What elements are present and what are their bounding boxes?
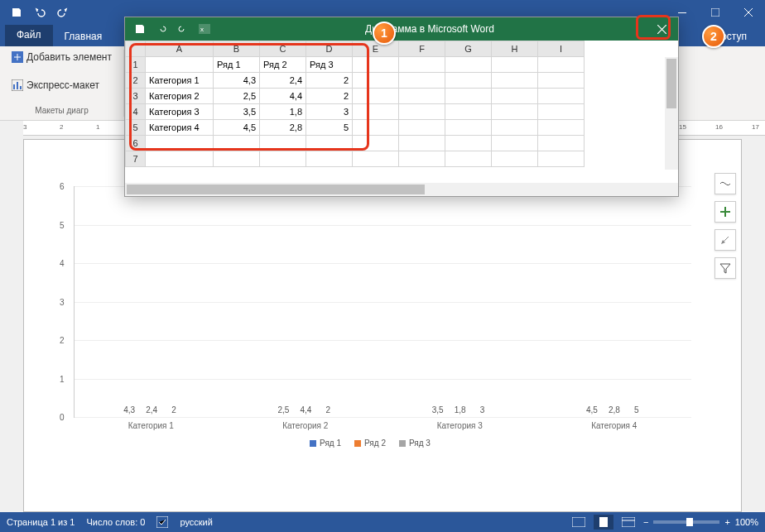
row-header[interactable]: 4	[126, 104, 146, 120]
view-read-icon[interactable]	[569, 515, 589, 530]
cell[interactable]	[445, 120, 492, 136]
cell[interactable]	[214, 151, 260, 167]
tab-home[interactable]: Главная	[53, 26, 114, 46]
cell[interactable]: Категория 1	[146, 73, 214, 89]
cell[interactable]	[146, 57, 214, 73]
cell[interactable]	[445, 73, 492, 89]
excel-close-button[interactable]	[645, 17, 678, 41]
cell[interactable]	[538, 120, 585, 136]
view-web-icon[interactable]	[618, 515, 638, 530]
word-close-icon[interactable]	[732, 0, 765, 25]
cell[interactable]: 4,4	[260, 89, 306, 104]
excel-vscrollbar[interactable]	[665, 57, 678, 170]
cell[interactable]: 2,4	[260, 73, 306, 89]
cell[interactable]	[353, 120, 399, 136]
col-header[interactable]: E	[353, 41, 399, 57]
redo-icon[interactable]	[51, 2, 75, 23]
cell[interactable]: 3	[306, 104, 353, 120]
cell[interactable]: 2	[306, 89, 353, 104]
row-header[interactable]: 6	[126, 136, 146, 151]
cell[interactable]	[492, 136, 538, 151]
undo-icon[interactable]	[28, 2, 51, 23]
excel-hscrollbar[interactable]	[125, 183, 678, 196]
cell[interactable]	[306, 151, 353, 167]
row-header[interactable]: 2	[126, 73, 146, 89]
cell[interactable]: Категория 2	[146, 89, 214, 104]
status-page[interactable]: Страница 1 из 1	[7, 517, 75, 527]
legend-item[interactable]: Ряд 3	[399, 439, 431, 448]
cell[interactable]	[353, 151, 399, 167]
zoom-value[interactable]: 100%	[735, 517, 758, 527]
cell[interactable]: Категория 3	[146, 104, 214, 120]
legend-item[interactable]: Ряд 1	[310, 439, 341, 448]
cell[interactable]	[538, 57, 585, 73]
cell[interactable]	[353, 57, 399, 73]
cell[interactable]	[353, 73, 399, 89]
status-wordcount[interactable]: Число слов: 0	[86, 517, 145, 527]
word-maximize-icon[interactable]	[699, 0, 732, 25]
col-header[interactable]: D	[306, 41, 353, 57]
chart-layout-options-icon[interactable]	[714, 173, 736, 194]
cell[interactable]	[353, 104, 399, 120]
cell[interactable]	[260, 151, 306, 167]
row-header[interactable]: 3	[126, 89, 146, 104]
cell[interactable]	[492, 73, 538, 89]
cell[interactable]	[538, 73, 585, 89]
chart-styles-brush-icon[interactable]	[714, 229, 736, 251]
cell[interactable]	[306, 136, 353, 151]
cell[interactable]	[492, 57, 538, 73]
status-language[interactable]: русский	[180, 517, 212, 527]
cell[interactable]	[399, 120, 445, 136]
cell[interactable]	[445, 151, 492, 167]
chart-filter-funnel-icon[interactable]	[714, 257, 736, 279]
col-header[interactable]: I	[538, 41, 585, 57]
cell[interactable]	[492, 104, 538, 120]
tab-file[interactable]: Файл	[5, 25, 53, 46]
cell[interactable]	[445, 57, 492, 73]
col-header[interactable]: B	[214, 41, 260, 57]
chart-plot-area[interactable]: 01234564,32,422,54,423,51,834,52,85	[74, 186, 691, 418]
cell[interactable]	[146, 151, 214, 167]
cell[interactable]	[399, 136, 445, 151]
col-header[interactable]: A	[146, 41, 214, 57]
cell[interactable]	[445, 136, 492, 151]
excel-edit-in-excel-icon[interactable]: x	[195, 19, 214, 39]
cell[interactable]: 1,8	[260, 104, 306, 120]
cell[interactable]	[214, 136, 260, 151]
excel-save-icon[interactable]	[130, 19, 150, 39]
cell[interactable]: 4,3	[214, 73, 260, 89]
cell[interactable]	[399, 89, 445, 104]
cell[interactable]	[538, 136, 585, 151]
cell[interactable]	[538, 151, 585, 167]
cell[interactable]: Категория 4	[146, 120, 214, 136]
cell[interactable]	[399, 57, 445, 73]
excel-undo-icon[interactable]	[152, 19, 171, 39]
status-proofing-icon[interactable]	[156, 516, 168, 528]
chart-elements-plus-icon[interactable]	[714, 201, 736, 223]
chart-object[interactable]: Название диаграммы 01234564,32,422,54,42…	[49, 165, 691, 486]
view-print-icon[interactable]	[594, 515, 613, 530]
cell[interactable]	[538, 104, 585, 120]
cell[interactable]: 2	[306, 73, 353, 89]
cell[interactable]	[399, 73, 445, 89]
zoom-out-icon[interactable]: −	[643, 517, 648, 527]
cell[interactable]	[399, 151, 445, 167]
cell[interactable]	[353, 89, 399, 104]
cell[interactable]: 3,5	[214, 104, 260, 120]
col-header[interactable]: H	[492, 41, 538, 57]
cell[interactable]	[538, 89, 585, 104]
cell[interactable]: 2,8	[260, 120, 306, 136]
legend-item[interactable]: Ряд 2	[354, 439, 386, 448]
cell[interactable]: 5	[306, 120, 353, 136]
cell[interactable]	[399, 104, 445, 120]
col-header[interactable]: F	[399, 41, 445, 57]
cell[interactable]	[492, 120, 538, 136]
cell[interactable]	[492, 151, 538, 167]
zoom-slider[interactable]	[653, 520, 719, 524]
cell[interactable]: Ряд 2	[260, 57, 306, 73]
save-icon[interactable]	[5, 2, 28, 23]
excel-redo-icon[interactable]	[173, 19, 193, 39]
cell[interactable]	[260, 136, 306, 151]
row-header[interactable]: 5	[126, 120, 146, 136]
col-header[interactable]: C	[260, 41, 306, 57]
